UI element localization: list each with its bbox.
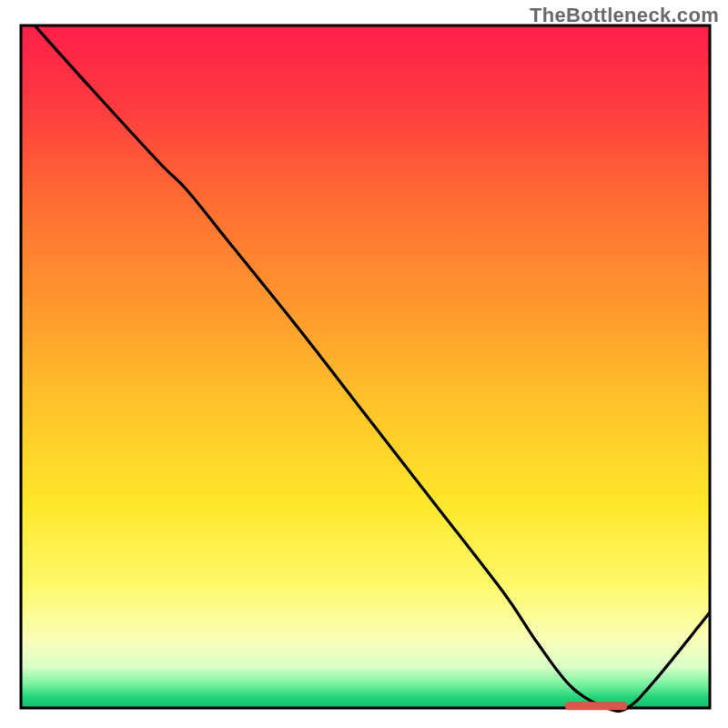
chart-stage: TheBottleneck.com [0,0,728,728]
attribution-text: TheBottleneck.com [530,4,719,27]
plot-background [21,25,710,708]
bottleneck-chart [0,0,728,728]
minimum-marker [565,702,627,710]
